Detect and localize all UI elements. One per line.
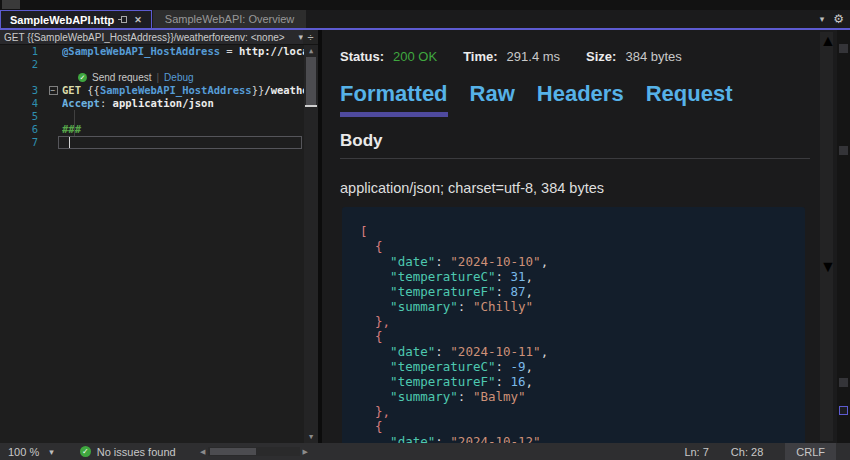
json-token: "2024-10-12" — [450, 434, 540, 443]
scroll-up-icon[interactable]: ▲ — [304, 47, 318, 55]
eol-indicator[interactable]: CRLF — [785, 443, 836, 460]
json-token: : — [458, 299, 473, 314]
code-line[interactable]: 7 — [0, 136, 318, 149]
json-line: "summary": "Chilly" — [360, 299, 805, 314]
json-line: }, — [360, 404, 805, 419]
env-selector-dropdown[interactable]: env: <none> ▾ — [229, 32, 303, 43]
response-tab-formatted[interactable]: Formatted — [340, 81, 448, 117]
line-number: 7 — [0, 136, 44, 149]
debug-link[interactable]: Debug — [164, 71, 193, 84]
json-token — [360, 404, 375, 419]
code-token: application/json — [113, 97, 214, 109]
size-value: 384 bytes — [625, 49, 681, 64]
request-toolbar: GET {{SampleWebAPI_HostAddress}}/weather… — [0, 30, 318, 45]
json-token — [360, 269, 390, 284]
fold-column — [44, 123, 62, 136]
code-line[interactable]: 4Accept: application/json — [0, 97, 318, 110]
scroll-down-icon[interactable]: ▼ — [304, 433, 318, 441]
column-indicator: Ch: 28 — [731, 446, 763, 458]
size-label: Size: — [586, 49, 616, 64]
scroll-down-icon[interactable]: ▼ — [820, 258, 833, 276]
request-selector-dropdown[interactable]: GET {{SampleWebAPI_HostAddress}}/weather… — [4, 32, 229, 43]
gear-icon[interactable]: ⚙ — [833, 12, 844, 26]
zoom-control[interactable]: 100 % ▾ — [8, 446, 54, 458]
json-response-viewer[interactable]: [ { "date": "2024-10-10", "temperatureC"… — [342, 207, 805, 443]
json-line: { — [360, 329, 805, 344]
edge-chip — [839, 44, 848, 53]
code-token: {{ — [87, 84, 100, 96]
codelens-row: ✓Send request|Debug — [0, 71, 318, 84]
env-label: env: <none> — [229, 32, 285, 43]
json-token: , — [541, 254, 549, 269]
code-editor[interactable]: 1@SampleWebAPI_HostAddress = http://loca… — [0, 45, 318, 443]
fold-column — [44, 45, 62, 58]
json-line: { — [360, 239, 805, 254]
json-token — [360, 314, 375, 329]
edge-chip — [839, 378, 848, 387]
issues-indicator[interactable]: ✓ No issues found — [80, 446, 176, 458]
json-line: "summary": "Balmy" — [360, 389, 805, 404]
json-token: , — [526, 269, 534, 284]
scrollbar-thumb[interactable] — [820, 50, 833, 258]
scroll-left-icon[interactable]: ◀ — [200, 448, 205, 456]
fold-collapse-icon[interactable]: − — [49, 86, 58, 95]
json-token: "date" — [390, 434, 435, 443]
code-line[interactable]: 1@SampleWebAPI_HostAddress = http://loca… — [0, 45, 318, 58]
code-line[interactable]: 6### — [0, 123, 318, 136]
line-number: 3 — [0, 84, 44, 97]
time-label: Time: — [463, 49, 497, 64]
indent-guide — [74, 110, 75, 136]
json-token: [ — [360, 224, 368, 239]
json-line: "temperatureF": 16, — [360, 374, 805, 389]
chevron-down-icon[interactable]: ▾ — [820, 14, 825, 24]
tab-samplewebapi-overview[interactable]: SampleWebAPI: Overview — [153, 10, 306, 28]
code-line[interactable]: 3−GET {{SampleWebAPI_HostAddress}}/weath… — [0, 84, 318, 97]
code-token: Accept — [62, 97, 100, 109]
response-tab-request[interactable]: Request — [646, 81, 733, 117]
response-tab-raw[interactable]: Raw — [470, 81, 515, 117]
json-line: "temperatureC": -9, — [360, 359, 805, 374]
tab-samplewebapi-http[interactable]: SampleWebAPI.http ✕ — [0, 10, 152, 28]
code-token: SampleWebAPI_HostAddress — [100, 84, 252, 96]
json-token: "2024-10-11" — [450, 344, 540, 359]
scroll-right-icon[interactable]: ▶ — [303, 448, 308, 456]
split-editor-handle[interactable]: ÷ — [303, 30, 318, 44]
send-request-link[interactable]: Send request — [92, 71, 152, 84]
cursor-position-marker — [305, 105, 317, 107]
pin-icon[interactable] — [121, 16, 127, 23]
scrollbar-thumb[interactable] — [306, 57, 316, 105]
response-vertical-scrollbar[interactable]: ▲ ▼ — [820, 32, 833, 441]
code-token: }} — [252, 84, 265, 96]
json-token: "temperatureC" — [390, 359, 495, 374]
response-tabs: FormattedRawHeadersRequest — [340, 81, 850, 117]
code-token: ### — [62, 123, 81, 135]
editor-horizontal-scrollbar[interactable]: ◀ ▶ — [200, 445, 308, 458]
json-token: "Chilly" — [473, 299, 533, 314]
json-token — [360, 239, 375, 254]
json-line: "temperatureF": 87, — [360, 284, 805, 299]
request-selector-label: GET {{SampleWebAPI_HostAddress}}/weather… — [4, 32, 229, 43]
json-token: "date" — [390, 344, 435, 359]
json-token: "temperatureF" — [390, 374, 495, 389]
scroll-up-icon[interactable]: ▲ — [820, 32, 833, 50]
fold-column — [44, 58, 62, 71]
window-edge-strip — [837, 30, 850, 443]
response-tab-headers[interactable]: Headers — [537, 81, 624, 117]
json-token: : — [495, 374, 510, 389]
editor-vertical-scrollbar[interactable]: ▲ ▼ — [304, 45, 318, 443]
tabbar-controls: ▾ ⚙ — [820, 10, 844, 28]
scrollbar-thumb[interactable] — [210, 448, 256, 455]
scrollbar-track[interactable] — [208, 447, 299, 456]
json-line: "date": "2024-10-12", — [360, 434, 805, 443]
json-token: 87 — [511, 284, 526, 299]
close-icon[interactable]: ✕ — [134, 15, 142, 25]
json-token — [360, 389, 390, 404]
code-line[interactable]: 2 — [0, 58, 318, 71]
json-token: , — [526, 284, 534, 299]
fold-column: − — [44, 84, 62, 97]
json-token: : — [435, 344, 450, 359]
code-line[interactable]: 5 — [0, 110, 318, 123]
json-token: }, — [375, 314, 390, 329]
json-token: }, — [375, 404, 390, 419]
zoom-value: 100 % — [8, 446, 39, 458]
